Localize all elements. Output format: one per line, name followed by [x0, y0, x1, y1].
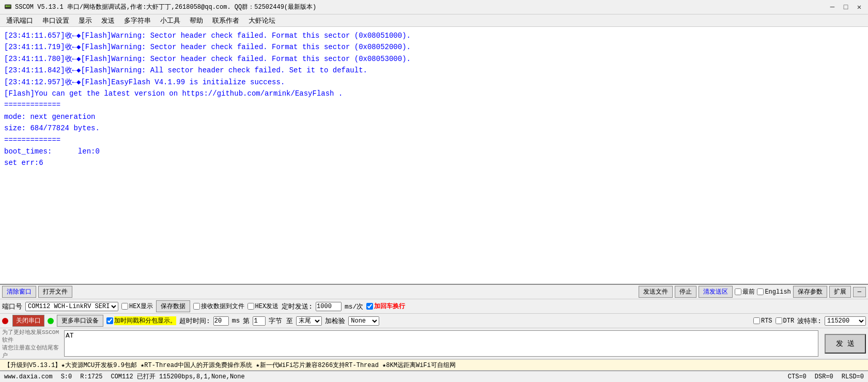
log-line: =============: [4, 134, 864, 146]
timed-interval-input[interactable]: [316, 302, 342, 311]
dtr-label[interactable]: DTR: [776, 317, 795, 325]
menu-send[interactable]: 发送: [97, 15, 119, 26]
log-line: [Flash]You can get the latest version on…: [4, 88, 864, 99]
last-label: 最前: [742, 287, 755, 296]
clear-send-area-button[interactable]: 清发送区: [699, 286, 733, 298]
menu-bar: 通讯端口 串口设置 显示 发送 多字符串 小工具 帮助 联系作者 大虾论坛: [0, 14, 868, 27]
clear-window-button[interactable]: 清除窗口: [2, 286, 36, 298]
title-bar-left: 📟 SSCOM V5.13.1 串口/网络数据调试器,作者:大虾丁丁,26180…: [4, 3, 316, 11]
menu-display[interactable]: 显示: [74, 15, 96, 26]
menu-serial-settings[interactable]: 串口设置: [38, 15, 73, 26]
toolbar-row3: 关闭串口 更多串口设备 加时间戳和分包显示。 超时时间: ms 第 字节 至 末…: [0, 314, 868, 328]
log-line: size: 684/77824 bytes.: [4, 123, 864, 134]
status-s: S:0: [61, 373, 72, 380]
menu-tools[interactable]: 小工具: [156, 15, 184, 26]
log-line: [23:41:11.719]收←◆[Flash]Warning: Sector …: [4, 41, 864, 53]
cr-lf-text: 加回车换行: [374, 302, 405, 311]
bottom-ad-bar: 【升级到V5.13.1】★大资源MCU开发板9.9包邮 ★RT-Thread中国…: [0, 359, 868, 371]
save-data-button[interactable]: 保存数据: [156, 300, 190, 312]
timeout-input[interactable]: [213, 316, 229, 326]
status-dsr: DSR=0: [815, 373, 833, 380]
nth-label: 第: [243, 316, 250, 326]
last-checkbox[interactable]: [735, 288, 741, 295]
timed-send-label: 定时发送:: [282, 302, 313, 311]
hex-send-checkbox[interactable]: [247, 303, 254, 310]
open-file-button[interactable]: 打开文件: [38, 286, 72, 298]
baud-label: 波特率:: [797, 316, 822, 326]
send-area: 为了更好地发展SSCOM软件 请您注册嘉立创结尾客户 AT 发 送: [0, 328, 868, 359]
rts-label[interactable]: RTS: [753, 317, 772, 325]
send-file-button[interactable]: 发送文件: [639, 286, 673, 298]
title-bar: 📟 SSCOM V5.13.1 串口/网络数据调试器,作者:大虾丁丁,26180…: [0, 0, 868, 14]
maximize-button[interactable]: □: [841, 3, 850, 12]
timed-unit: ms/次: [345, 302, 363, 311]
port-select[interactable]: COM112 WCH-LinkRV SERIAL: [25, 302, 118, 311]
collapse-button[interactable]: —: [853, 287, 866, 297]
status-r: R:1725: [80, 373, 102, 380]
toolbar-row2: 端口号 COM112 WCH-LinkRV SERIAL HEX显示 保存数据 …: [0, 299, 868, 314]
english-checkbox-label[interactable]: English: [757, 288, 791, 296]
app-title: SSCOM V5.13.1 串口/网络数据调试器,作者:大虾丁丁,2618058…: [15, 3, 316, 11]
close-button[interactable]: ✕: [855, 3, 864, 12]
english-checkbox[interactable]: [757, 288, 764, 295]
menu-multi-string[interactable]: 多字符串: [120, 15, 155, 26]
title-bar-controls: ─ □ ✕: [828, 3, 864, 12]
timeout-label: 超时时间:: [179, 316, 210, 326]
close-port-button[interactable]: 关闭串口: [12, 315, 44, 327]
checksum-select[interactable]: None: [348, 316, 379, 326]
timestamp-checkbox[interactable]: [106, 317, 113, 324]
log-line: set err:6: [4, 157, 864, 169]
promo-line1: 为了更好地发展SSCOM软件: [2, 328, 60, 344]
stop-button[interactable]: 停止: [675, 286, 696, 298]
promo-line2: 请您注册嘉立创结尾客户: [2, 344, 60, 359]
hex-display-text: HEX显示: [129, 302, 153, 311]
expand-button[interactable]: 扩展: [829, 286, 851, 298]
minimize-button[interactable]: ─: [828, 3, 837, 12]
menu-forum[interactable]: 大虾论坛: [244, 15, 280, 26]
toolbar-row1: 清除窗口 打开文件 发送文件 停止 清发送区 最前 English 保存参数 扩…: [0, 284, 868, 299]
baud-select[interactable]: 115200: [825, 316, 866, 326]
english-label: English: [765, 288, 791, 296]
save-params-button[interactable]: 保存参数: [793, 286, 827, 298]
log-line: boot_times: len:0: [4, 146, 864, 157]
status-website: www.daxia.com: [4, 373, 53, 380]
cr-lf-checkbox[interactable]: [366, 303, 373, 310]
log-display: [23:41:11.657]收←◆[Flash]Warning: Sector …: [0, 27, 868, 284]
status-bar: www.daxia.com S:0 R:1725 COM112 已打开 1152…: [0, 371, 868, 382]
timestamp-text: 加时间戳和分包显示。: [114, 316, 176, 325]
nth-input[interactable]: [253, 316, 266, 326]
hex-display-label[interactable]: HEX显示: [121, 302, 153, 311]
log-line: [23:41:11.657]收←◆[Flash]Warning: Sector …: [4, 30, 864, 41]
end-select[interactable]: 末尾: [296, 316, 322, 326]
timeout-unit: ms: [232, 317, 240, 325]
send-text-input[interactable]: AT: [64, 330, 818, 357]
toolbar-combined: 清除窗口 打开文件 发送文件 停止 清发送区 最前 English 保存参数 扩…: [0, 284, 868, 359]
hex-display-checkbox[interactable]: [121, 303, 128, 310]
status-rlsd: RLSD=0: [842, 373, 864, 380]
last-checkbox-label[interactable]: 最前: [735, 287, 755, 296]
checksum-label: 加检验: [325, 316, 345, 326]
recv-to-file-checkbox[interactable]: [193, 303, 200, 310]
menu-contact[interactable]: 联系作者: [208, 15, 243, 26]
log-lines-container: [23:41:11.657]收←◆[Flash]Warning: Sector …: [4, 30, 864, 169]
cr-lf-label[interactable]: 加回车换行: [366, 302, 405, 311]
dtr-checkbox[interactable]: [776, 317, 782, 324]
rts-checkbox[interactable]: [753, 317, 760, 324]
hex-send-label[interactable]: HEX发送: [247, 302, 279, 311]
recv-to-file-label[interactable]: 接收数据到文件: [193, 302, 244, 311]
menu-comm-port[interactable]: 通讯端口: [2, 15, 37, 26]
send-button[interactable]: 发 送: [825, 334, 866, 354]
byte-label: 字节 至: [269, 316, 293, 326]
status-cts: CTS=0: [788, 373, 807, 380]
log-line: mode: next generation: [4, 111, 864, 123]
log-line: [23:41:12.957]收←◆[Flash]EasyFlash V4.1.9…: [4, 77, 864, 88]
rts-text: RTS: [761, 317, 772, 325]
timestamp-label[interactable]: 加时间戳和分包显示。: [106, 316, 176, 325]
bottom-ad-text: 【升级到V5.13.1】★大资源MCU开发板9.9包邮 ★RT-Thread中国…: [4, 361, 456, 370]
log-line: [23:41:11.842]收←◆[Flash]Warning: All sec…: [4, 65, 864, 76]
status-port-info: COM112 已打开 115200bps,8,1,None,None: [111, 372, 244, 381]
more-port-button[interactable]: 更多串口设备: [57, 315, 103, 327]
log-line: [23:41:11.780]收←◆[Flash]Warning: Sector …: [4, 53, 864, 65]
menu-help[interactable]: 帮助: [185, 15, 207, 26]
dtr-text: DTR: [783, 317, 795, 325]
